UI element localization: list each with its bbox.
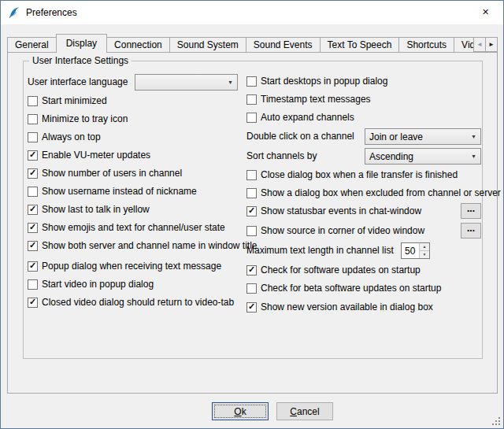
tab-scroll-buttons: ◄ ► [473, 37, 498, 52]
double-click-combobox[interactable]: Join or leave ▾ [365, 128, 481, 145]
max-text-length-spinner[interactable]: 50 ▲ ▼ [401, 242, 430, 259]
checkbox-updates-startup[interactable]: ✓ [246, 265, 257, 276]
checkbox-label[interactable]: Start video in popup dialog [42, 279, 154, 290]
checkbox-last-to-talk[interactable]: ✓ [28, 205, 38, 215]
tab-scroll-prev-button[interactable]: ◄ [473, 37, 486, 52]
spin-up-button[interactable]: ▲ [420, 243, 429, 250]
sort-channels-combobox[interactable]: Ascending ▾ [365, 148, 481, 165]
tab-sound-events[interactable]: Sound Events [246, 37, 321, 52]
checkbox-label[interactable]: Enable VU-meter updates [42, 150, 150, 161]
checkbox-label[interactable]: Always on top [42, 131, 101, 142]
tab-display[interactable]: Display [56, 34, 107, 53]
checkbox-auto-expand[interactable]: ✓ [246, 113, 257, 123]
tab-shortcuts[interactable]: Shortcuts [398, 37, 454, 52]
row-window-title-names: ✓ Show both server and channel name in w… [28, 239, 258, 252]
checkbox-label[interactable]: Minimize to tray icon [42, 113, 128, 124]
checkbox-new-version-dialog[interactable]: ✓ [246, 302, 257, 313]
checkbox-start-minimized[interactable]: ✓ [28, 96, 38, 106]
row-video-source-corner: ✓ Show source in corner of video window [246, 224, 424, 237]
checkbox-label[interactable]: Show both server and channel name in win… [42, 240, 258, 251]
titlebar[interactable]: Preferences ✕ [1, 1, 503, 24]
checkbox-label[interactable]: Show last to talk in yellow [42, 204, 150, 215]
check-icon: ✓ [248, 265, 255, 274]
checkbox-video-return-tab[interactable]: ✓ [28, 298, 38, 308]
checkbox-label[interactable]: Check for software updates on startup [261, 264, 421, 276]
double-click-label: Double click on a channel [246, 131, 354, 142]
checkbox-label[interactable]: Popup dialog when receiving text message [42, 261, 221, 272]
tab-text-to-speech[interactable]: Text To Speech [320, 37, 400, 52]
row-popup-text-message: ✓ Popup dialog when receiving text messa… [28, 260, 221, 272]
checkbox-popup-text-message[interactable]: ✓ [28, 261, 38, 272]
row-desktops-popup: ✓ Start desktops in popup dialog [246, 75, 387, 87]
preferences-window: Preferences ✕ General Display Connection… [0, 0, 504, 429]
spin-down-icon: ▼ [423, 252, 427, 257]
tab-sound-system[interactable]: Sound System [169, 37, 246, 52]
checkbox-label[interactable]: Timestamp text messages [261, 94, 371, 105]
check-icon: ✓ [29, 205, 36, 213]
checkbox-vu-meter[interactable]: ✓ [28, 150, 38, 161]
checkbox-label[interactable]: Show number of users in channel [42, 168, 182, 179]
checkbox-show-user-count[interactable]: ✓ [28, 168, 38, 179]
tab-video[interactable]: Video [454, 37, 473, 52]
spin-down-button[interactable]: ▼ [420, 250, 429, 258]
checkbox-label[interactable]: Close dialog box when a file transfer is… [261, 169, 458, 180]
row-emoji-state: ✓ Show emojis and text for channel/user … [28, 221, 225, 234]
spin-up-icon: ▲ [423, 244, 427, 249]
video-source-config-button[interactable]: ... [461, 223, 481, 239]
checkbox-label[interactable]: Check for beta software updates on start… [261, 283, 441, 294]
resize-grip[interactable] [491, 416, 501, 426]
statusbar-events-config-button[interactable]: ... [461, 203, 481, 219]
max-text-length-value[interactable]: 50 [402, 243, 419, 258]
ellipsis-icon: ... [467, 203, 475, 214]
app-icon[interactable] [8, 6, 20, 19]
checkbox-show-username[interactable]: ✓ [28, 187, 38, 197]
row-sort-channels: Sort channels by [246, 150, 317, 162]
chevron-down-icon: ▾ [224, 79, 237, 86]
checkbox-statusbar-events[interactable]: ✓ [246, 206, 257, 216]
checkbox-window-title-names[interactable]: ✓ [28, 241, 38, 251]
checkbox-label[interactable]: Show a dialog box when excluded from cha… [261, 187, 501, 198]
row-excluded-dialog: ✓ Show a dialog box when excluded from c… [246, 187, 501, 199]
tab-scroll-next-button[interactable]: ► [485, 37, 498, 52]
row-updates-startup: ✓ Check for software updates on startup [246, 264, 421, 276]
checkbox-label[interactable]: Show statusbar events in chat-window [261, 205, 421, 216]
checkbox-always-on-top[interactable]: ✓ [28, 132, 38, 142]
row-timestamp-messages: ✓ Timestamp text messages [246, 93, 371, 105]
ok-button[interactable]: Ok [212, 402, 269, 420]
checkbox-timestamp-messages[interactable]: ✓ [246, 94, 257, 105]
checkbox-label[interactable]: Show source in corner of video window [261, 225, 424, 236]
checkbox-label[interactable]: Show new version available in dialog box [261, 301, 433, 313]
checkbox-video-popup[interactable]: ✓ [28, 279, 38, 290]
row-statusbar-events: ✓ Show statusbar events in chat-window [246, 205, 421, 217]
language-combobox[interactable]: ▾ [135, 74, 238, 91]
max-text-length-label: Maximum text length in channel list [246, 245, 394, 256]
checkbox-beta-updates[interactable]: ✓ [246, 283, 257, 294]
cancel-button[interactable]: Cancel [276, 402, 333, 420]
checkbox-label[interactable]: Show username instead of nickname [42, 186, 197, 197]
close-icon: ✕ [482, 7, 489, 17]
tab-bar: General Display Connection Sound System … [7, 33, 473, 53]
checkbox-minimize-to-tray[interactable]: ✓ [28, 114, 38, 124]
checkbox-excluded-dialog[interactable]: ✓ [246, 188, 257, 198]
tab-connection[interactable]: Connection [106, 37, 170, 52]
tab-general[interactable]: General [7, 37, 57, 52]
row-language: User interface language [28, 76, 128, 88]
close-button[interactable]: ✕ [468, 1, 503, 24]
checkbox-desktops-popup[interactable]: ✓ [246, 76, 257, 87]
row-video-popup: ✓ Start video in popup dialog [28, 278, 154, 290]
checkbox-close-on-transfer[interactable]: ✓ [246, 170, 257, 180]
checkbox-video-source-corner[interactable]: ✓ [246, 226, 257, 236]
groupbox-title: User Interface Settings [29, 55, 132, 66]
checkbox-label[interactable]: Start minimized [42, 95, 107, 106]
row-vu-meter: ✓ Enable VU-meter updates [28, 149, 150, 161]
checkbox-label[interactable]: Auto expand channels [261, 112, 354, 123]
spinner-buttons: ▲ ▼ [419, 243, 429, 258]
checkbox-emoji-state[interactable]: ✓ [28, 223, 38, 233]
row-last-to-talk: ✓ Show last to talk in yellow [28, 203, 150, 216]
checkbox-label[interactable]: Show emojis and text for channel/user st… [42, 222, 225, 233]
checkbox-label[interactable]: Closed video dialog should return to vid… [42, 297, 234, 308]
checkbox-label[interactable]: Start desktops in popup dialog [261, 76, 387, 87]
row-auto-expand: ✓ Auto expand channels [246, 111, 354, 124]
row-video-return-tab: ✓ Closed video dialog should return to v… [28, 296, 234, 309]
check-icon: ✓ [248, 206, 255, 215]
